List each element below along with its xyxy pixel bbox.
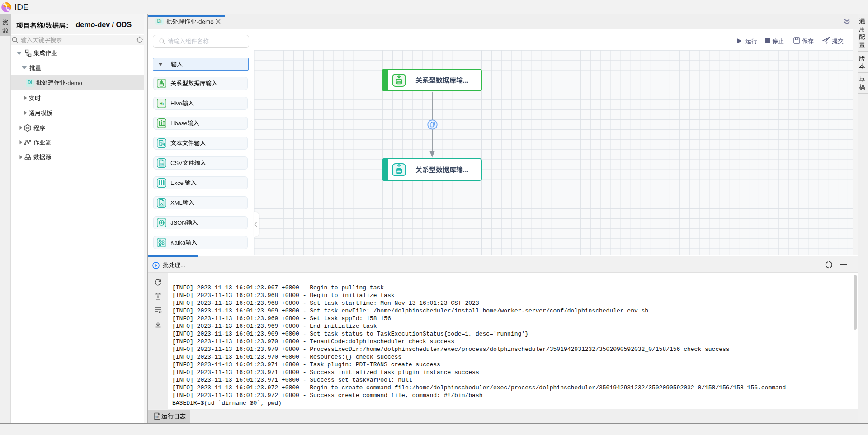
svg-text:CSV: CSV — [160, 163, 164, 165]
svg-text:LOG: LOG — [155, 416, 159, 418]
svg-text:Hi: Hi — [160, 101, 164, 106]
